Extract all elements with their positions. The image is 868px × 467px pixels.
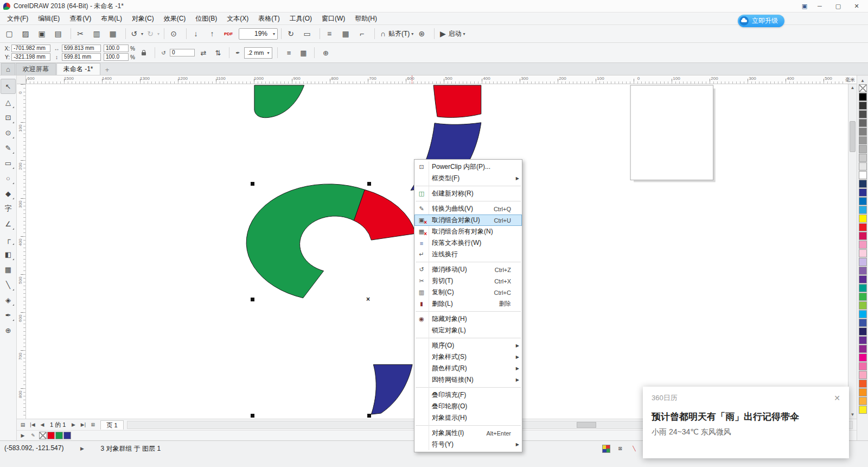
menubar-item[interactable]: 效果(C) [159, 12, 191, 24]
palette-color-swatch[interactable] [859, 293, 867, 301]
palette-color-swatch[interactable] [859, 327, 867, 336]
palette-color-swatch[interactable] [859, 336, 867, 344]
rotation-center-mark[interactable]: × [366, 296, 370, 302]
grid-button[interactable]: ▦ [340, 27, 355, 40]
palette-color-swatch[interactable] [859, 110, 867, 118]
context-menu-item[interactable]: 对象提示(H) [414, 412, 522, 424]
coordinates-expander-icon[interactable]: ▶ [78, 444, 86, 453]
selection-handle[interactable] [367, 182, 371, 186]
horizontal-scrollbar-thumb[interactable] [577, 422, 596, 428]
tool-connector[interactable]: ┌ [1, 232, 15, 246]
selection-handle[interactable] [367, 414, 371, 418]
palette-color-swatch[interactable] [859, 354, 867, 362]
save-button[interactable]: ▣ [36, 27, 51, 40]
palette-indicator-icon[interactable] [602, 445, 610, 453]
ruler-corner[interactable] [17, 75, 26, 84]
document-tab[interactable]: 未命名 -1* [56, 63, 100, 75]
undo-button[interactable]: ↺▾ [129, 27, 144, 40]
tool-pick[interactable]: ↖ [1, 79, 16, 94]
tool-fill[interactable]: ◈ [1, 293, 15, 307]
guides-button[interactable]: ⌐ [356, 27, 371, 40]
palette-color-swatch[interactable] [859, 197, 867, 205]
vertical-scrollbar-thumb[interactable] [850, 121, 856, 152]
document-color-swatch[interactable] [47, 432, 55, 439]
context-menu-item[interactable]: 因特网链接(N) ▶ [414, 374, 522, 386]
context-menu-item[interactable]: ◫ 创建新对称(R) [414, 188, 522, 199]
text-wrap-button[interactable]: ≡ [283, 47, 295, 59]
export-button[interactable]: ↑ [206, 27, 221, 40]
tool-shape[interactable]: △ [1, 95, 15, 109]
context-menu-item[interactable]: 对象样式(S) ▶ [414, 351, 522, 363]
menubar-item[interactable]: 窗口(W) [317, 12, 350, 24]
doc-palette-eyedropper-icon[interactable]: ✎ [29, 431, 37, 440]
context-menu-item[interactable]: ✎ 转换为曲线(V) Ctrl+Q [414, 203, 522, 214]
context-menu-item[interactable]: ↺ 撤消移动(U) Ctrl+Z [414, 264, 522, 275]
menubar-item[interactable]: 帮助(H) [350, 12, 382, 24]
palette-color-swatch[interactable] [859, 214, 867, 223]
shape-green-top-arc[interactable] [254, 85, 304, 118]
gear-button[interactable]: ⊛ [416, 27, 431, 40]
launcher-button[interactable]: ▶启动▾ [438, 27, 466, 40]
tool-interactive-fill[interactable]: ◧ [1, 247, 15, 261]
context-menu-item[interactable]: 叠印轮廓(O) [414, 401, 522, 412]
context-menu-item[interactable]: ▥ 复制(C) Ctrl+C [414, 287, 522, 298]
shape-red-wedge[interactable] [354, 190, 416, 240]
notification-close-icon[interactable]: ✕ [834, 394, 840, 402]
maximize-button[interactable]: ▢ [830, 1, 846, 11]
cut-button[interactable]: ✂ [74, 27, 90, 40]
context-menu-item[interactable]: 锁定对象(L) [414, 325, 522, 336]
outline-width-select[interactable]: .2 mm▾ [244, 47, 273, 59]
import-button[interactable]: ↓ [190, 27, 205, 40]
tool-eyedropper[interactable]: ╲ [1, 277, 15, 292]
palette-color-swatch[interactable] [859, 206, 867, 214]
document-color-swatch[interactable] [55, 432, 63, 439]
palette-color-swatch[interactable] [859, 102, 867, 110]
shape-green-ring[interactable] [246, 184, 365, 298]
tool-crop[interactable]: ⊡ [1, 110, 15, 124]
context-menu-item[interactable]: ⊡ PowerClip 内部(P)... [414, 161, 522, 173]
outline-indicator-icon[interactable]: ╲ [630, 444, 639, 453]
palette-color-swatch[interactable] [859, 162, 867, 171]
context-menu-item[interactable]: 符号(Y) ▶ [414, 439, 522, 450]
document-color-swatch[interactable] [63, 432, 71, 439]
context-menu-item[interactable]: 顺序(O) ▶ [414, 340, 522, 351]
palette-color-swatch[interactable] [859, 128, 867, 136]
palette-color-swatch[interactable] [859, 119, 867, 127]
palette-color-swatch[interactable] [859, 154, 867, 162]
lock-ratio-button[interactable] [138, 47, 150, 59]
tool-mesh-fill[interactable]: ▦ [1, 262, 15, 276]
palette-color-swatch[interactable] [859, 188, 867, 197]
tool-zoom[interactable]: ⊙ [1, 125, 15, 140]
palette-color-swatch[interactable] [859, 136, 867, 144]
fill-indicator-icon[interactable]: ⊠ [616, 444, 624, 453]
menubar-item[interactable]: 布局(L) [96, 12, 127, 24]
doc-palette-arrow-icon[interactable]: ▶ [18, 431, 27, 440]
palette-color-swatch[interactable] [859, 388, 867, 396]
paste-button[interactable]: ▦ [107, 27, 122, 40]
vertical-ruler[interactable]: 0100200300400500600700800 [17, 84, 26, 419]
palette-color-swatch[interactable] [859, 397, 867, 405]
palette-color-swatch[interactable] [859, 275, 867, 283]
palette-color-swatch[interactable] [859, 362, 867, 370]
palette-color-swatch[interactable] [859, 93, 867, 101]
quick-customize-button[interactable]: ⊕ [320, 47, 331, 59]
page-tab[interactable]: 页 1 [100, 420, 123, 430]
print-button[interactable]: ▤ [52, 27, 67, 40]
menubar-item[interactable]: 文本(X) [222, 12, 253, 24]
scale-x-field[interactable]: 100.0 [104, 45, 129, 52]
welcome-screen-tab[interactable]: 欢迎屏幕 [16, 63, 56, 75]
menubar-item[interactable]: 查看(V) [65, 12, 96, 24]
palette-color-swatch[interactable] [859, 301, 867, 310]
context-menu-item[interactable]: ≡ 段落文本换行(W) [414, 237, 522, 249]
search-button[interactable]: ⊙ [168, 27, 183, 40]
palette-color-swatch[interactable] [859, 223, 867, 231]
menubar-item[interactable]: 位图(B) [190, 12, 222, 24]
tool-dimension[interactable]: ∠ [1, 217, 15, 231]
rotation-angle-field[interactable]: 0 [170, 49, 195, 56]
menubar-item[interactable]: 对象(C) [127, 12, 159, 24]
tool-text[interactable]: 字 [1, 201, 15, 216]
horizontal-ruler[interactable]: 毫米 6001500140013001200110010009008007006… [26, 75, 857, 84]
last-page-button[interactable]: ▶| [79, 420, 87, 429]
upgrade-badge-button[interactable]: 立即升级 [738, 15, 784, 27]
pdf-button[interactable]: PDF [222, 27, 238, 40]
